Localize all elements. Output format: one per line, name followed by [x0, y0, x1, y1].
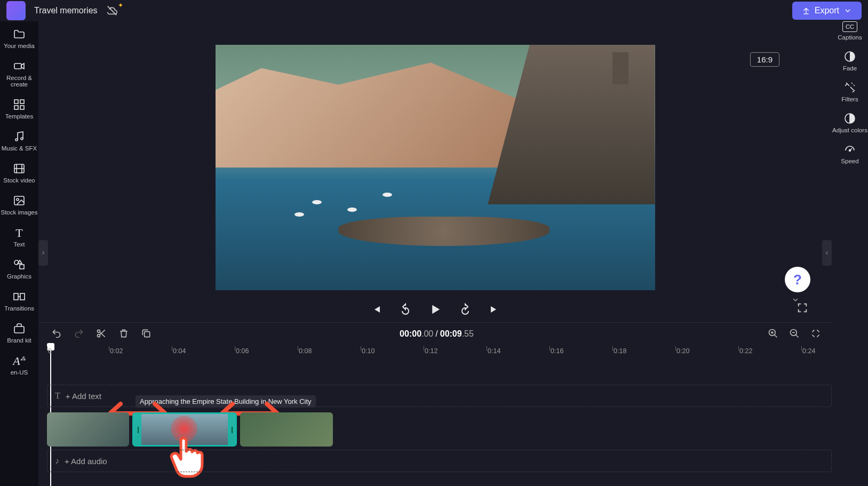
export-button[interactable]: Export	[792, 2, 862, 20]
video-clip-1[interactable]	[47, 412, 129, 447]
sidebar-item-text[interactable]: T Text	[13, 225, 26, 249]
cut-button[interactable]	[96, 328, 108, 340]
svg-point-20	[98, 334, 100, 337]
expand-left-panel-button[interactable]	[38, 240, 48, 266]
language-icon: A⁂	[13, 354, 26, 367]
sidebar-item-label: Stock video	[3, 177, 35, 184]
duration-main: 00:09	[440, 329, 462, 338]
speed-icon	[843, 143, 856, 156]
tracks-container: T + Add text Approaching the Empire Stat…	[47, 361, 832, 486]
sidebar-item-record-create[interactable]: Record & create	[0, 59, 38, 89]
sidebar-item-label: Music & SFX	[2, 145, 37, 152]
fit-zoom-button[interactable]	[810, 328, 822, 340]
adjust-colors-icon	[843, 112, 856, 125]
sidebar-item-templates[interactable]: Templates	[5, 97, 33, 121]
video-track[interactable]: Approaching the Empire State Building in…	[47, 412, 832, 447]
undo-button[interactable]	[51, 328, 63, 340]
right-item-adjust-colors[interactable]: Adjust colors	[832, 112, 867, 133]
svg-rect-12	[14, 196, 24, 205]
video-clip-3[interactable]	[240, 412, 333, 447]
svg-rect-18	[14, 326, 24, 333]
ruler-tick: 0:04	[173, 347, 186, 355]
sidebar-item-transitions[interactable]: Transitions	[4, 289, 34, 313]
folder-icon	[13, 28, 26, 41]
rewind-button[interactable]	[398, 302, 413, 317]
skip-back-button[interactable]	[368, 302, 383, 317]
delete-button[interactable]	[118, 328, 130, 340]
upload-icon	[802, 6, 810, 15]
captions-icon: CC	[842, 21, 857, 32]
playback-controls	[38, 290, 832, 322]
fullscreen-button[interactable]	[797, 302, 809, 315]
expand-right-panel-button[interactable]	[822, 240, 832, 266]
sidebar-item-music-sfx[interactable]: Music & SFX	[2, 129, 37, 153]
zoom-controls	[768, 328, 822, 340]
audio-track[interactable]: ♪ + Add audio	[47, 450, 832, 472]
fullscreen-icon	[797, 302, 808, 314]
project-title[interactable]: Travel memories	[34, 6, 98, 15]
sidebar-item-brand-kit[interactable]: Brand kit	[7, 321, 31, 345]
forward-button[interactable]	[458, 302, 473, 317]
music-icon	[13, 130, 26, 143]
help-icon: ?	[793, 272, 802, 288]
svg-line-25	[775, 335, 777, 338]
right-sidebar: CC Captions Fade Filters Adjust colors S…	[832, 21, 868, 486]
current-time-frac: .00	[421, 329, 433, 338]
right-item-speed[interactable]: Speed	[841, 143, 858, 164]
svg-point-19	[98, 330, 100, 332]
video-preview[interactable]	[216, 45, 655, 290]
right-item-fade[interactable]: Fade	[843, 50, 857, 71]
sidebar-item-stock-images[interactable]: Stock images	[1, 193, 37, 217]
redo-button[interactable]	[74, 328, 85, 340]
svg-rect-16	[14, 293, 18, 300]
scissors-icon	[96, 328, 107, 339]
right-item-filters[interactable]: Filters	[841, 81, 858, 102]
sidebar-item-graphics[interactable]: Graphics	[7, 257, 31, 281]
svg-line-29	[796, 335, 799, 338]
time-separator: /	[435, 329, 437, 339]
aspect-ratio-selector[interactable]: 16:9	[750, 52, 779, 67]
ruler-tick: 0:12	[425, 347, 437, 355]
right-item-label: Adjust colors	[832, 127, 867, 133]
svg-point-13	[17, 198, 19, 201]
zoom-out-button[interactable]	[789, 328, 801, 340]
ruler-tick: 0:06	[236, 347, 249, 355]
video-clip-2-selected[interactable]	[132, 412, 237, 447]
right-item-label: Fade	[843, 65, 857, 71]
skip-forward-button[interactable]	[488, 302, 503, 317]
cloud-sync-off-icon[interactable]: ✦	[106, 5, 118, 17]
zoom-in-button[interactable]	[768, 328, 779, 340]
play-button[interactable]	[428, 302, 443, 317]
ruler-tick: 0:10	[362, 347, 375, 355]
right-item-captions[interactable]: CC Captions	[838, 21, 862, 41]
svg-rect-4	[14, 106, 18, 109]
sidebar-item-stock-video[interactable]: Stock video	[3, 161, 35, 185]
svg-rect-17	[20, 293, 25, 300]
shapes-icon	[13, 258, 26, 271]
top-bar: Travel memories ✦ Export	[0, 0, 868, 21]
svg-rect-1	[14, 63, 21, 69]
sidebar-item-label: Text	[13, 241, 25, 248]
filters-icon	[843, 81, 856, 94]
duration-frac: .55	[462, 329, 474, 338]
camcorder-icon	[13, 60, 26, 73]
clip-trim-handle-right[interactable]	[228, 414, 235, 445]
current-time-main: 00:00	[400, 329, 421, 338]
ruler-tick: 0:18	[614, 347, 626, 355]
sidebar-item-language[interactable]: A⁂ en-US	[11, 353, 28, 377]
split-button[interactable]	[141, 328, 153, 340]
help-button[interactable]: ?	[785, 267, 810, 292]
timeline-ruler[interactable]: 0 0:02 0:04 0:06 0:08 0:10 0:12 0:14 0:1…	[47, 345, 832, 361]
film-icon	[13, 162, 26, 175]
svg-rect-5	[20, 106, 24, 109]
preview-container	[38, 21, 832, 290]
briefcase-icon	[13, 322, 26, 335]
ruler-tick: 0:02	[110, 347, 123, 355]
sidebar-item-label: Record & create	[0, 75, 38, 87]
app-logo-icon[interactable]	[6, 1, 26, 20]
sidebar-item-your-media[interactable]: Your media	[4, 27, 35, 50]
svg-rect-15	[20, 265, 24, 269]
skip-back-icon	[369, 303, 382, 316]
chevron-left-icon	[824, 250, 830, 256]
clip-trim-handle-left[interactable]	[134, 414, 141, 445]
